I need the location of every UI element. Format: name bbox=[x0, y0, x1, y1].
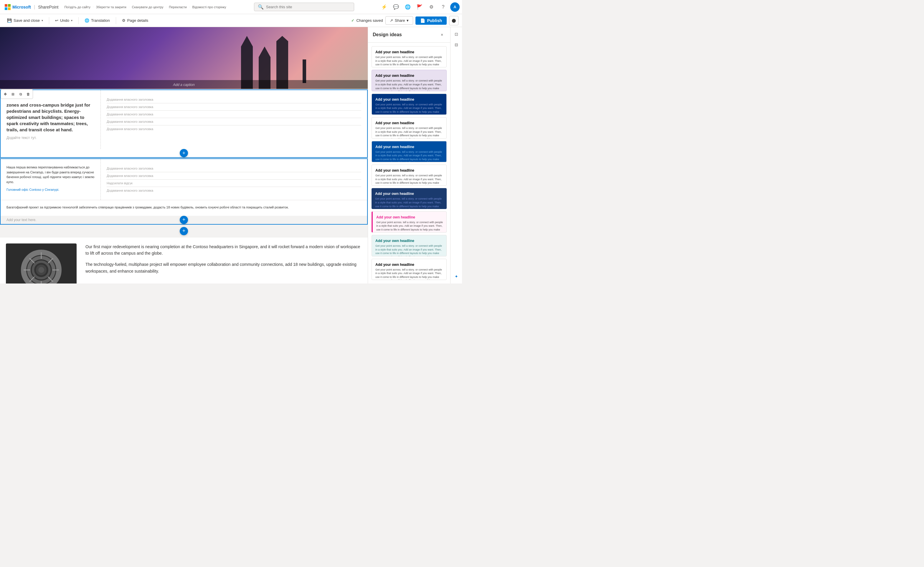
page-details-button[interactable]: ⚙ Page details bbox=[119, 16, 152, 24]
hero-section: Add a caption bbox=[0, 27, 368, 89]
publish-button[interactable]: 📄 Publish bbox=[415, 16, 447, 25]
dc-2-body: Get your point across. tell a story. or … bbox=[375, 79, 443, 91]
save-icon: 💾 bbox=[7, 18, 12, 22]
user-avatar[interactable]: A bbox=[450, 2, 460, 12]
design-card-9[interactable]: Add your own headline Get your point acr… bbox=[372, 235, 447, 256]
hero-caption[interactable]: Add a caption bbox=[173, 83, 194, 87]
translation-button[interactable]: 🌐 Translation bbox=[81, 16, 113, 24]
page-details-icon: ⚙ bbox=[122, 18, 125, 22]
save-chevron-icon: ▾ bbox=[42, 19, 43, 22]
nav-hint[interactable]: Поїздіть до сайту bbox=[62, 5, 93, 9]
second-add-item-2[interactable]: Додавання власного заголовка bbox=[107, 172, 361, 180]
edge-panel: ⊡ ⊟ ✦ bbox=[450, 27, 462, 284]
share-button[interactable]: ↗ Share ▾ bbox=[385, 16, 413, 25]
search-icon: 🔍 bbox=[258, 4, 264, 10]
add-section-item-3[interactable]: Додавання власного заголовка bbox=[107, 111, 361, 118]
design-ideas-panel: Design ideas × Add your own headline Get… bbox=[368, 27, 450, 284]
add-text-here-label[interactable]: Add your text here. bbox=[6, 218, 36, 222]
design-card-8[interactable]: Add your own headline Get your point acr… bbox=[372, 212, 447, 232]
second-add-item-3[interactable]: Надсилати відгук bbox=[107, 180, 361, 187]
add-section-item-5[interactable]: Додавання власного заголовка bbox=[107, 125, 361, 132]
add-section-below-2-button[interactable]: + bbox=[180, 216, 188, 224]
dc-2-headline: Add your own headline bbox=[375, 74, 443, 78]
search-input[interactable] bbox=[266, 5, 350, 9]
add-section-below-3-button[interactable]: + bbox=[180, 227, 188, 235]
dc-10-headline: Add your own headline bbox=[375, 262, 443, 267]
design-card-10[interactable]: Add your own headline Get your point acr… bbox=[372, 259, 447, 280]
dc-1-body: Get your point across. tell a story. or … bbox=[375, 56, 443, 68]
dc-8-body: Get your point across. tell a story. or … bbox=[376, 220, 443, 232]
add-section-item-2[interactable]: Додавання власного заголовка bbox=[107, 104, 361, 111]
delete-icon-btn[interactable]: 🗑 bbox=[25, 91, 32, 98]
move-icon-btn[interactable]: ✥ bbox=[2, 91, 9, 98]
undo-label: Undo bbox=[60, 18, 69, 22]
panel-body[interactable]: Add your own headline Get your point acr… bbox=[368, 43, 450, 284]
edge-filter-icon-btn[interactable]: ⊟ bbox=[452, 40, 461, 50]
translation-icon: 🌐 bbox=[84, 18, 89, 22]
design-card-1[interactable]: Add your own headline Get your point acr… bbox=[372, 46, 447, 68]
design-card-3[interactable]: Add your own headline Get your point acr… bbox=[372, 94, 447, 115]
nav-translate[interactable]: Перекласти bbox=[167, 5, 189, 9]
layout-icon-btn[interactable]: ⊞ bbox=[9, 91, 17, 98]
second-add-item-1[interactable]: Додавання власного заголовка bbox=[107, 165, 361, 172]
share-chevron-icon: ▾ bbox=[406, 18, 409, 22]
two-col-section: zones and cross-campus bridge just for p… bbox=[1, 90, 367, 149]
dc-4-body: Get your point across. tell a story. or … bbox=[375, 126, 443, 138]
sharepoint-brand: SharePoint bbox=[38, 5, 58, 9]
collapse-icon: ⬤ bbox=[452, 18, 456, 22]
content-area[interactable]: Add a caption ✥ ⊞ ⧉ 🗑 zones and cross-ca… bbox=[0, 27, 368, 284]
translation-label: Translation bbox=[91, 18, 110, 22]
add-section-below-1-button[interactable]: + bbox=[180, 149, 188, 157]
help-icon-btn[interactable]: ? bbox=[438, 2, 448, 12]
design-card-4[interactable]: Add your own headline Get your point acr… bbox=[372, 117, 447, 138]
add-text-placeholder[interactable]: Додайте текст тут. bbox=[6, 136, 95, 140]
second-add-item-4[interactable]: Додавання власного заголовка bbox=[107, 187, 361, 194]
dc-3-body: Get your point across. tell a story. or … bbox=[375, 103, 443, 115]
topbar-right: ⚡ 💬 🌐 🚩 ⚙ ? A bbox=[379, 2, 460, 12]
dc-8-headline: Add your own headline bbox=[376, 215, 443, 219]
network-icon-btn[interactable]: 🌐 bbox=[403, 2, 412, 12]
nav-about[interactable]: Відомості про сторінку bbox=[190, 5, 229, 9]
dc-4-headline: Add your own headline bbox=[375, 121, 443, 125]
design-card-6[interactable]: Add your own headline Get your point acr… bbox=[372, 165, 447, 186]
undo-chevron-icon: ▾ bbox=[71, 19, 72, 22]
nav-save[interactable]: Зберегти та закрити bbox=[94, 5, 129, 9]
add-section-item-4[interactable]: Додавання власного заголовка bbox=[107, 118, 361, 125]
duplicate-icon-btn[interactable]: ⧉ bbox=[17, 91, 24, 98]
edge-layout-icon-btn[interactable]: ⊡ bbox=[452, 30, 461, 39]
article-para-2: The technology-fueled, multiphase projec… bbox=[86, 261, 362, 274]
dc-5-body: Get your point across. tell a story. or … bbox=[375, 150, 443, 162]
chat-icon-btn[interactable]: 💬 bbox=[391, 2, 401, 12]
panel-header: Design ideas × bbox=[368, 27, 450, 43]
dc-9-headline: Add your own headline bbox=[375, 239, 443, 243]
dc-7-body: Get your point across. tell a story. or … bbox=[375, 197, 443, 209]
nav-links: Поїздіть до сайту · Зберегти та закрити … bbox=[62, 5, 228, 9]
svg-point-5 bbox=[38, 267, 44, 273]
design-card-5[interactable]: Add your own headline Get your point acr… bbox=[372, 141, 447, 162]
dc-5-headline: Add your own headline bbox=[375, 145, 443, 149]
spiral-svg bbox=[21, 249, 62, 284]
toolbar-sep-2 bbox=[78, 17, 79, 24]
toolbar-sep-1 bbox=[49, 17, 49, 24]
flag-icon-btn[interactable]: 🚩 bbox=[415, 2, 424, 12]
plus-section-2-container: Add your text here. + bbox=[1, 216, 367, 224]
edge-ideas-icon-btn[interactable]: ✦ bbox=[452, 272, 461, 281]
save-and-close-button[interactable]: 💾 Save and close ▾ bbox=[3, 16, 47, 24]
section-toolbar: ✥ ⊞ ⧉ 🗑 bbox=[1, 90, 33, 99]
col-left-link[interactable]: Головний офіс Contoso у Сінгапурі. bbox=[6, 188, 59, 191]
search-box: 🔍 bbox=[254, 3, 354, 11]
undo-button[interactable]: ↩ Undo ▾ bbox=[51, 16, 76, 24]
dc-10-body: Get your point across. tell a story. or … bbox=[375, 268, 443, 280]
design-card-7[interactable]: Add your own headline Get your point acr… bbox=[372, 188, 447, 209]
second-col-text: Наша перша велика переплануванна наближа… bbox=[6, 165, 95, 184]
headline-text: zones and cross-campus bridge just for p… bbox=[6, 102, 95, 133]
panel-close-button[interactable]: × bbox=[438, 31, 445, 38]
add-section-item-1[interactable]: Додавання власного заголовка bbox=[107, 96, 361, 104]
second-body-text: Багатофазний проект за підтримкою технол… bbox=[6, 205, 361, 210]
settings-icon-btn[interactable]: ⚙ bbox=[427, 2, 436, 12]
collapse-button[interactable]: ⬤ bbox=[449, 16, 459, 26]
design-card-2[interactable]: Add your own headline Get your point acr… bbox=[372, 70, 447, 91]
nav-scan[interactable]: Сканувати до центру bbox=[129, 5, 166, 9]
share-icon: ↗ bbox=[390, 18, 393, 22]
accessibility-icon-btn[interactable]: ⚡ bbox=[379, 2, 389, 12]
